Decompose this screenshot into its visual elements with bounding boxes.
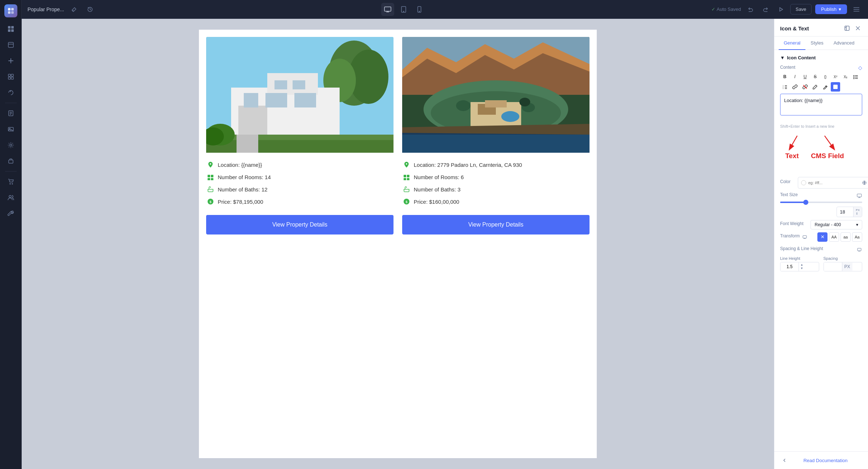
device-switcher bbox=[100, 3, 707, 16]
content-editor[interactable]: Location: {{name}} bbox=[780, 94, 862, 115]
line-height-spinner[interactable]: ▲ ▼ bbox=[799, 262, 805, 271]
sidebar-item-settings[interactable] bbox=[4, 138, 18, 152]
spacing-unit[interactable]: PX bbox=[842, 263, 852, 271]
color-input[interactable] bbox=[808, 181, 858, 185]
section-icon-content[interactable]: ▼ Icon Content bbox=[780, 55, 862, 60]
italic-btn[interactable]: I bbox=[790, 72, 800, 81]
tab-advanced[interactable]: Advanced bbox=[829, 37, 860, 50]
transform-lowercase-btn[interactable]: aa bbox=[841, 232, 851, 242]
baths-detail-2: Number of Baths: 3 bbox=[402, 183, 590, 195]
unlink-btn[interactable] bbox=[800, 82, 810, 92]
pencil-btn[interactable] bbox=[810, 82, 820, 92]
save-button[interactable]: Save bbox=[790, 4, 812, 14]
history-icon[interactable] bbox=[84, 4, 96, 15]
svg-rect-84 bbox=[855, 75, 858, 76]
desktop-view-btn[interactable] bbox=[381, 3, 394, 16]
main-wrapper: Popular Prope... Auto Saved bbox=[22, 0, 868, 469]
sidebar-item-users[interactable] bbox=[4, 190, 18, 205]
transform-uppercase-btn[interactable]: AA bbox=[829, 232, 839, 242]
svg-rect-8 bbox=[8, 42, 13, 47]
sidebar-item-layout[interactable] bbox=[4, 38, 18, 52]
strikethrough-btn[interactable]: S bbox=[810, 72, 820, 81]
tab-general[interactable]: General bbox=[779, 37, 805, 50]
unit-arrows[interactable]: ⇕ bbox=[856, 212, 860, 215]
size-input-row: 18 PX ⇕ bbox=[780, 207, 862, 217]
transform-capitalize-btn[interactable]: Aa bbox=[852, 232, 862, 242]
superscript-btn[interactable]: X² bbox=[831, 72, 840, 81]
read-docs-btn[interactable]: Read Documentation bbox=[789, 458, 862, 463]
eraser-btn[interactable] bbox=[821, 82, 830, 92]
svg-rect-43 bbox=[293, 80, 305, 89]
canvas-area[interactable]: Location: {{name}} Number of Rooms: 14 bbox=[22, 19, 774, 469]
font-weight-select[interactable]: Regular - 400 ▾ bbox=[810, 220, 862, 229]
svg-rect-46 bbox=[294, 93, 316, 107]
pin-icon[interactable] bbox=[68, 4, 80, 15]
sidebar-item-components[interactable] bbox=[4, 69, 18, 84]
panel-expand-icon[interactable] bbox=[843, 24, 851, 33]
spacing-input[interactable] bbox=[824, 262, 842, 271]
svg-rect-77 bbox=[404, 178, 406, 180]
svg-text:$: $ bbox=[405, 200, 407, 204]
redo-btn[interactable] bbox=[760, 4, 771, 15]
bold-btn[interactable]: B bbox=[780, 72, 790, 81]
sidebar-item-ecommerce[interactable] bbox=[4, 174, 18, 189]
publish-button[interactable]: Publish ▾ bbox=[815, 4, 847, 14]
slider-fill bbox=[780, 202, 805, 203]
panel-body: ▼ Icon Content Content ◇ B I U S {} X² X… bbox=[774, 50, 868, 451]
svg-point-67 bbox=[501, 111, 519, 122]
slider-thumb[interactable] bbox=[803, 200, 808, 205]
mobile-view-btn[interactable] bbox=[413, 3, 426, 16]
menu-btn[interactable] bbox=[851, 4, 862, 15]
line-height-input[interactable] bbox=[780, 262, 799, 271]
footer-back-btn[interactable] bbox=[780, 456, 789, 465]
text-size-slider[interactable] bbox=[780, 202, 862, 203]
property-card-2: Location: 2779 Padaro Ln, Carnteria, CA … bbox=[402, 37, 590, 234]
location-icon-2 bbox=[402, 160, 411, 169]
svg-point-20 bbox=[10, 144, 12, 146]
sidebar-item-grid[interactable] bbox=[4, 22, 18, 36]
svg-rect-5 bbox=[11, 26, 14, 29]
baths-icon-1 bbox=[206, 185, 215, 194]
svg-rect-0 bbox=[8, 8, 10, 10]
undo-btn[interactable] bbox=[745, 4, 756, 15]
unordered-list-btn[interactable] bbox=[851, 72, 860, 81]
link-btn[interactable] bbox=[790, 82, 800, 92]
topbar-right: Auto Saved Save Publish ▾ bbox=[711, 4, 863, 15]
text-style-btn[interactable] bbox=[831, 82, 840, 92]
slider-track bbox=[780, 202, 862, 203]
panel-header: Icon & Text bbox=[774, 19, 868, 37]
text-size-input[interactable]: 18 bbox=[837, 208, 853, 216]
ordered-list-btn[interactable]: 1.2.3. bbox=[780, 82, 790, 92]
subscript-btn[interactable]: X₂ bbox=[841, 72, 850, 81]
section-chevron: ▼ bbox=[780, 55, 785, 60]
sidebar-item-add[interactable] bbox=[4, 54, 18, 68]
app-logo[interactable] bbox=[4, 4, 17, 17]
view-property-btn-1[interactable]: View Property Details bbox=[206, 215, 393, 234]
svg-text:$: $ bbox=[209, 200, 211, 204]
underline-btn[interactable]: U bbox=[800, 72, 810, 81]
tab-styles[interactable]: Styles bbox=[805, 37, 828, 50]
transform-none-btn[interactable]: ✕ bbox=[817, 232, 827, 242]
tablet-view-btn[interactable] bbox=[397, 3, 410, 16]
svg-point-36 bbox=[329, 41, 379, 106]
dynamic-field-icon[interactable]: ◇ bbox=[858, 65, 862, 71]
svg-rect-12 bbox=[8, 77, 10, 79]
price-text-2: Price: $160,00,000 bbox=[414, 199, 459, 205]
property-card-1: Location: {{name}} Number of Rooms: 14 bbox=[206, 37, 393, 234]
code-btn[interactable]: {} bbox=[821, 72, 830, 81]
color-input-wrapper bbox=[798, 177, 868, 189]
svg-rect-76 bbox=[407, 175, 409, 177]
view-property-btn-2[interactable]: View Property Details bbox=[402, 215, 590, 234]
svg-rect-75 bbox=[404, 175, 406, 177]
sidebar-item-plugins[interactable] bbox=[4, 154, 18, 168]
sidebar-item-pages[interactable] bbox=[4, 106, 18, 121]
svg-rect-21 bbox=[9, 160, 13, 163]
sidebar-item-media[interactable] bbox=[4, 122, 18, 136]
panel-close-icon[interactable] bbox=[854, 24, 862, 33]
sidebar-item-tools[interactable] bbox=[4, 206, 18, 221]
preview-btn[interactable] bbox=[775, 4, 787, 15]
sidebar-item-integrations[interactable] bbox=[4, 85, 18, 100]
globe-icon[interactable] bbox=[860, 179, 868, 187]
svg-rect-39 bbox=[231, 88, 340, 145]
price-detail-1: $ Price: $78,195,000 bbox=[206, 195, 393, 208]
